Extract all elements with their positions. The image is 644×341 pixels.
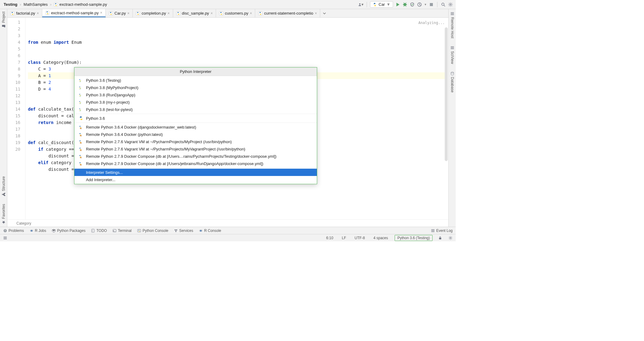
python-file-icon	[219, 11, 223, 15]
python-file-icon	[176, 11, 180, 15]
toolwindows-toggle-icon[interactable]	[2, 235, 8, 241]
tool-event-log[interactable]: Event Log	[431, 229, 453, 233]
breadcrumb-item-0[interactable]: Testing	[2, 2, 19, 7]
status-indent[interactable]: 4 spaces	[372, 236, 390, 240]
debug-button[interactable]	[402, 2, 408, 7]
python-icon: ✓	[79, 85, 84, 90]
close-tab-icon[interactable]: ×	[315, 11, 317, 15]
analyzing-indicator: Analyzing...	[418, 19, 445, 26]
popup-action[interactable]: Add Interpreter...	[74, 176, 317, 183]
settings-button[interactable]	[448, 2, 453, 7]
right-toolwindow-strip: Remote Host SciView Database	[448, 9, 456, 227]
close-tab-icon[interactable]: ×	[168, 11, 170, 15]
tool-project[interactable]: Project	[2, 12, 6, 28]
python-icon: R	[79, 139, 84, 144]
popup-action[interactable]: Interpreter Settings...	[74, 169, 317, 176]
user-icon[interactable]: ▾	[358, 2, 364, 7]
status-bar: 6:10 LF UTF-8 4 spaces Python 3.6 (Testi…	[0, 234, 456, 241]
interpreter-option[interactable]: RRemote Python 2.7.9 Docker Compose (db …	[74, 160, 317, 167]
status-encoding[interactable]: UTF-8	[353, 236, 367, 240]
tool-sciview[interactable]: SciView	[450, 46, 454, 64]
tool-database[interactable]: Database	[450, 71, 454, 92]
close-tab-icon[interactable]: ×	[250, 11, 252, 15]
close-tab-icon[interactable]: ×	[37, 11, 39, 15]
interpreter-option[interactable]: ✓Python 3.8 (RunDjangoApp)	[74, 91, 317, 98]
tool-python-packages[interactable]: Python Packages	[52, 229, 85, 233]
chevron-right-icon: ›	[20, 2, 21, 7]
tabs-overflow[interactable]	[320, 9, 329, 17]
tool-r-console[interactable]: R Console	[199, 229, 221, 233]
tool-problems[interactable]: Problems	[3, 229, 24, 233]
stop-button[interactable]	[429, 2, 434, 7]
interpreter-option[interactable]: ✓Python 3.6 (Testing)	[74, 77, 317, 84]
python-icon: ✓	[79, 92, 84, 97]
python-icon: R	[79, 154, 84, 159]
breadcrumb-item-1[interactable]: MathSamples	[22, 2, 49, 7]
tool-services[interactable]: Services	[174, 229, 193, 233]
editor-tab-3[interactable]: completion.py×	[133, 9, 173, 17]
tool-favorites[interactable]: Favorites	[2, 204, 6, 224]
breadcrumb-item-2[interactable]: exctract-method-sample.py	[53, 2, 108, 7]
chevron-down-icon[interactable]: ▼	[424, 3, 427, 6]
python-file-icon	[54, 2, 58, 7]
separator	[437, 2, 437, 7]
python-icon: R	[79, 161, 84, 166]
status-line-ending[interactable]: LF	[340, 236, 348, 240]
editor-gutter: 1234567891011121314151617181920	[7, 18, 26, 219]
python-file-icon	[10, 11, 15, 15]
python-file-icon	[136, 11, 140, 15]
popup-title: Python Interpreter	[74, 67, 317, 76]
editor-tab-6[interactable]: current-statement-completio×	[255, 9, 320, 17]
ide-settings-icon[interactable]	[448, 235, 453, 241]
python-icon	[373, 2, 377, 7]
interpreter-option[interactable]: RRemote Python 2.7.9 Docker Compose (db …	[74, 153, 317, 160]
python-file-icon	[109, 11, 113, 15]
tool-python-console[interactable]: Python Console	[137, 229, 168, 233]
close-tab-icon[interactable]: ×	[127, 11, 129, 15]
tool-todo[interactable]: TODO	[91, 229, 107, 233]
editor-tab-2[interactable]: Car.py×	[106, 9, 133, 17]
python-icon: ✓	[79, 107, 84, 112]
interpreter-option[interactable]: ✓Python 3.8 (my-r-project)	[74, 98, 317, 106]
run-button[interactable]	[395, 2, 400, 7]
tool-remote-host[interactable]: Remote Host	[450, 12, 454, 38]
interpreter-option[interactable]: ✓Python 3.8 (test-for-pytest)	[74, 106, 317, 113]
python-icon: R	[79, 132, 84, 137]
editor-tab-5[interactable]: customers.py×	[216, 9, 255, 17]
tool-r-jobs[interactable]: R Jobs	[29, 229, 46, 233]
lock-icon[interactable]	[437, 235, 443, 241]
python-icon: ✓	[79, 78, 84, 83]
chevron-right-icon: ›	[50, 2, 51, 7]
profile-button[interactable]	[417, 2, 422, 7]
editor-breadcrumbs[interactable]: Category	[7, 219, 448, 227]
search-button[interactable]	[440, 2, 446, 7]
tool-structure[interactable]: Structure	[2, 176, 6, 197]
tool-terminal[interactable]: Terminal	[112, 229, 132, 233]
chevron-down-icon: ▼	[386, 2, 390, 7]
close-tab-icon[interactable]: ×	[211, 11, 213, 15]
bottom-toolwindow-bar: Problems R Jobs Python Packages TODO Ter…	[0, 227, 456, 234]
close-tab-icon[interactable]: ×	[100, 11, 102, 15]
python-file-icon	[45, 11, 50, 15]
interpreter-option[interactable]: RRemote Python 3.6.4 Docker (python:late…	[74, 131, 317, 138]
run-configuration-dropdown[interactable]: Car ▼	[370, 1, 393, 8]
coverage-button[interactable]	[409, 2, 415, 7]
editor-tab-4[interactable]: disc_sample.py×	[173, 9, 216, 17]
editor-tab-0[interactable]: factorial.py×	[7, 9, 42, 17]
top-toolbar: Testing › MathSamples › exctract-method-…	[0, 0, 456, 9]
interpreter-option[interactable]: Python 3.6	[74, 115, 317, 122]
interpreter-option[interactable]: RRemote Python 2.7.6 Vagrant VM at ~/Pyc…	[74, 138, 317, 145]
python-file-icon	[258, 11, 262, 15]
interpreter-popup: Python Interpreter ✓Python 3.6 (Testing)…	[74, 67, 317, 184]
editor-tab-1[interactable]: exctract-method-sample.py×	[42, 9, 106, 17]
interpreter-option[interactable]: RRemote Python 3.6.4 Docker (djangodocke…	[74, 123, 317, 131]
python-icon	[79, 116, 84, 121]
interpreter-option[interactable]: RRemote Python 2.7.6 Vagrant VM at ~/Pyc…	[74, 145, 317, 153]
status-interpreter[interactable]: Python 3.6 (Testing)	[395, 235, 433, 241]
toolbar-actions: ▾ Car ▼ ▼	[358, 1, 453, 8]
vertical-scrollbar[interactable]	[445, 27, 448, 161]
left-toolwindow-strip: Project Structure Favorites	[0, 9, 7, 227]
separator	[367, 2, 367, 7]
status-cursor[interactable]: 6:10	[324, 236, 335, 240]
interpreter-option[interactable]: ✓Python 3.8 (MyPythonProject)	[74, 84, 317, 91]
